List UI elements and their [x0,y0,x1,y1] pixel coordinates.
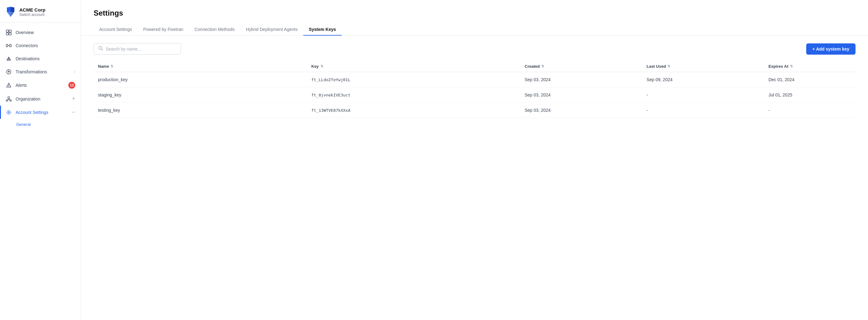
account-settings-minus: − [72,109,75,116]
table-body: production_key ft_LLdoZfeYwj01L Sep 03, … [94,72,856,118]
sort-icon-key[interactable]: ⇅ [320,64,323,68]
svg-point-13 [8,112,10,113]
sidebar-header: ACME Corp Switch account [0,0,81,23]
brand-name: ACME Corp [19,7,45,12]
organization-icon [6,96,12,102]
table-row: staging_key ft_0jvnekIVE3uct Sep 03, 202… [94,87,856,103]
grid-icon [6,29,12,36]
cell-expires-at-2: - [764,103,856,118]
cell-key-0: ft_LLdoZfeYwj01L [307,72,520,87]
th-name: Name ⇅ [94,61,307,72]
tab-hybrid-deployment-agents[interactable]: Hybrid Deployment Agents [240,24,303,36]
plus-icon: + [72,95,75,102]
sub-nav-item-general[interactable]: General [0,120,81,129]
svg-rect-5 [10,44,11,47]
svg-rect-0 [6,30,8,32]
sidebar-item-overview[interactable]: Overview [0,26,81,39]
cell-created-0: Sep 03, 2024 [520,72,643,87]
transformations-chevron: › [74,69,75,74]
chevron-right-icon: › [74,69,75,74]
cell-expires-at-0: Dec 01, 2024 [764,72,856,87]
settings-icon [6,109,12,116]
sidebar-item-label: Destinations [16,56,40,61]
tab-system-keys[interactable]: System Keys [303,24,342,36]
sidebar-brand: ACME Corp Switch account [19,7,45,17]
table-row: production_key ft_LLdoZfeYwj01L Sep 03, … [94,72,856,87]
cell-expires-at-1: Jul 01, 2025 [764,87,856,103]
sidebar-nav: Overview Connectors Destinations [0,23,81,320]
table-header-row: Name ⇅ Key ⇅ Created ⇅ [94,61,856,72]
cell-name-0: production_key [94,72,307,87]
cell-last-used-0: Sep 09, 2024 [642,72,764,87]
tab-account-settings[interactable]: Account Settings [94,24,137,36]
th-created: Created ⇅ [520,61,643,72]
main-content: Settings Account Settings Powered by Fiv… [81,0,868,320]
sidebar-item-label: Overview [16,30,34,35]
sort-icon-expires-at[interactable]: ⇅ [790,64,793,68]
sidebar: ACME Corp Switch account Overview [0,0,81,320]
svg-point-6 [8,58,9,60]
th-last-used: Last Used ⇅ [642,61,764,72]
th-key: Key ⇅ [307,61,520,72]
logo-icon [6,6,16,18]
svg-rect-4 [6,44,8,47]
content-area: + Add system key Name ⇅ Key ⇅ [81,36,868,320]
account-settings-sub-nav: General [0,119,81,131]
sort-icon-created[interactable]: ⇅ [541,64,544,68]
cell-last-used-2: - [642,103,764,118]
sidebar-item-connectors[interactable]: Connectors [0,39,81,52]
connectors-icon [6,42,12,49]
system-keys-table: Name ⇅ Key ⇅ Created ⇅ [94,61,856,118]
search-box[interactable] [94,43,181,55]
tab-connection-methods[interactable]: Connection Methods [189,24,240,36]
sort-icon-last-used[interactable]: ⇅ [668,64,670,68]
cell-last-used-1: - [642,87,764,103]
cell-created-2: Sep 03, 2024 [520,103,643,118]
svg-rect-1 [9,30,11,32]
sort-icon-name[interactable]: ⇅ [111,64,113,68]
cell-key-2: ft_13WTVE87kXXxA [307,103,520,118]
cell-key-1: ft_0jvnekIVE3uct [307,87,520,103]
sidebar-item-label: Organization [16,96,40,101]
alerts-badge: 13 [68,82,75,89]
svg-point-10 [8,97,10,99]
search-icon [98,46,103,52]
cell-name-2: testing_key [94,103,307,118]
switch-account-link[interactable]: Switch account [19,12,45,17]
organization-plus: + [72,95,75,102]
toolbar: + Add system key [94,43,856,55]
th-expires-at: Expires At ⇅ [764,61,856,72]
sidebar-item-destinations[interactable]: Destinations [0,52,81,65]
sidebar-item-label: Account Settings [16,110,49,115]
alerts-badge-container: 13 [68,82,75,89]
page-header: Settings Account Settings Powered by Fiv… [81,0,868,36]
alerts-icon [6,82,12,88]
sidebar-item-label: Transformations [16,69,47,74]
table-row: testing_key ft_13WTVE87kXXxA Sep 03, 202… [94,103,856,118]
tabs-container: Account Settings Powered by Fivetran Con… [94,24,856,35]
sidebar-item-alerts[interactable]: Alerts 13 [0,78,81,92]
minus-icon: − [72,109,75,116]
svg-point-9 [8,86,9,87]
svg-rect-2 [6,33,8,35]
transformations-icon [6,69,12,75]
cell-name-1: staging_key [94,87,307,103]
sidebar-item-label: Alerts [16,83,27,88]
sidebar-item-label: Connectors [16,43,38,48]
add-system-key-button[interactable]: + Add system key [806,43,856,55]
sidebar-item-transformations[interactable]: Transformations › [0,65,81,78]
cell-created-1: Sep 03, 2024 [520,87,643,103]
search-input[interactable] [106,47,176,52]
sidebar-item-account-settings[interactable]: Account Settings − [0,106,81,119]
tab-powered-by-fivetran[interactable]: Powered by Fivetran [137,24,189,36]
sidebar-item-organization[interactable]: Organization + [0,92,81,106]
svg-rect-3 [9,33,11,35]
page-title: Settings [94,9,856,18]
destinations-icon [6,56,12,62]
